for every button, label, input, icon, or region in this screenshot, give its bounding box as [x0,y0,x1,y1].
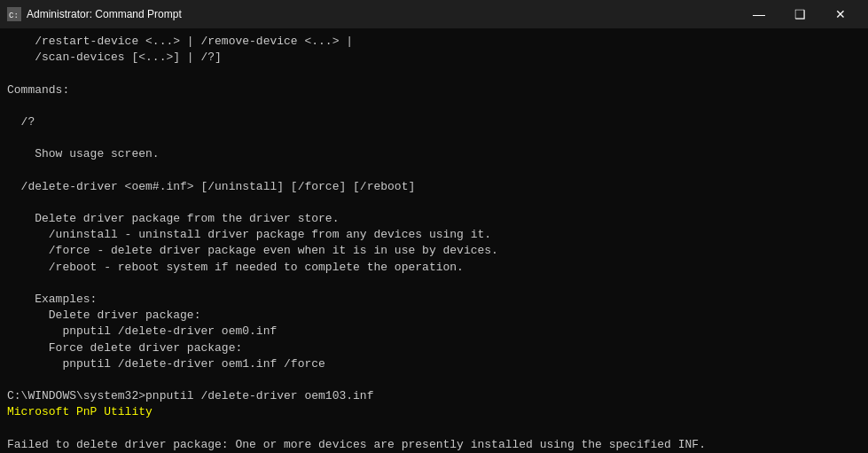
cmd-icon: C: [7,7,21,21]
console-line: C:\WINDOWS\system32>pnputil /delete-driv… [7,389,373,402]
title-bar-left: C: Administrator: Command Prompt [7,7,182,21]
minimize-button[interactable]: — [739,0,779,28]
console-output[interactable]: /restart-device <...> | /remove-device <… [0,28,868,453]
console-line: pnputil /delete-driver oem0.inf [7,324,277,338]
console-line: /? [7,115,35,129]
svg-text:C:: C: [9,12,19,20]
window-title: Administrator: Command Prompt [27,8,182,20]
console-line: /reboot - reboot system if needed to com… [7,261,464,274]
close-button[interactable]: ✕ [820,0,861,28]
console-line: Commands: [7,83,69,97]
console-line: Show usage screen. [7,147,160,160]
maximize-button[interactable]: ❑ [779,0,820,28]
console-line: /uninstall - uninstall driver package fr… [7,228,491,241]
cmd-window: C: Administrator: Command Prompt — ❑ ✕ /… [0,0,868,453]
console-line: Failed to delete driver package: One or … [7,438,706,451]
console-line: /delete-driver <oem#.inf> [/uninstall] [… [7,180,415,193]
console-line: Delete driver package: [7,309,200,322]
console-line: Force delete driver package: [7,341,242,355]
console-line: /force - delete driver package even when… [7,244,498,257]
title-bar: C: Administrator: Command Prompt — ❑ ✕ [0,0,868,28]
console-line: /restart-device <...> | /remove-device <… [7,35,353,48]
window-controls: — ❑ ✕ [739,0,861,28]
console-line: Microsoft PnP Utility [7,405,152,418]
console-line: Delete driver package from the driver st… [7,212,339,225]
console-line: Examples: [7,293,97,306]
console-line: pnputil /delete-driver oem1.inf /force [7,357,325,371]
console-line: /scan-devices [<...>] | /?] [7,51,222,64]
